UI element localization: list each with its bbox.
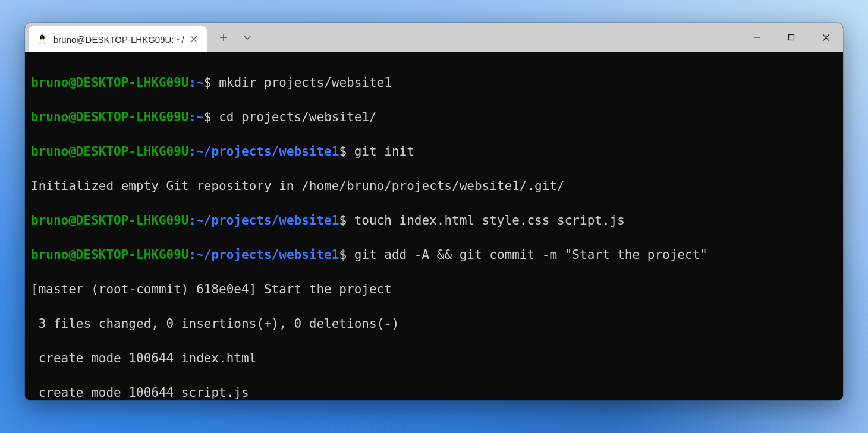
maximize-button[interactable] bbox=[774, 23, 809, 52]
tab-title: bruno@DESKTOP-LHKG09U: ~/ bbox=[54, 34, 184, 45]
terminal-line: bruno@DESKTOP-LHKG09U:~/projects/website… bbox=[31, 143, 837, 160]
tab-dropdown-button[interactable] bbox=[235, 24, 259, 50]
svg-point-5 bbox=[41, 37, 42, 37]
new-tab-button[interactable] bbox=[212, 24, 235, 50]
svg-point-7 bbox=[39, 43, 41, 44]
svg-point-6 bbox=[43, 37, 43, 37]
terminal-window: bruno@DESKTOP-LHKG09U: ~/ brun bbox=[25, 23, 843, 400]
titlebar: bruno@DESKTOP-LHKG09U: ~/ bbox=[25, 23, 843, 52]
window-controls bbox=[740, 23, 843, 52]
tux-icon bbox=[37, 34, 48, 45]
tab-close-button[interactable] bbox=[187, 32, 201, 46]
terminal-line: 3 files changed, 0 insertions(+), 0 dele… bbox=[31, 315, 837, 333]
terminal-line: bruno@DESKTOP-LHKG09U:~/projects/website… bbox=[31, 212, 837, 229]
svg-point-8 bbox=[43, 43, 46, 44]
close-window-button[interactable] bbox=[809, 23, 843, 52]
terminal-output[interactable]: bruno@DESKTOP-LHKG09U:~$ mkdir projects/… bbox=[25, 52, 843, 400]
terminal-line: bruno@DESKTOP-LHKG09U:~$ mkdir projects/… bbox=[31, 74, 837, 91]
tab-active[interactable]: bruno@DESKTOP-LHKG09U: ~/ bbox=[29, 26, 207, 52]
svg-rect-9 bbox=[789, 35, 794, 40]
terminal-line: create mode 100644 script.js bbox=[31, 384, 837, 400]
terminal-line: bruno@DESKTOP-LHKG09U:~$ cd projects/web… bbox=[31, 109, 837, 126]
terminal-line: [master (root-commit) 618e0e4] Start the… bbox=[31, 281, 837, 298]
terminal-line: create mode 100644 index.html bbox=[31, 350, 837, 367]
terminal-line: bruno@DESKTOP-LHKG09U:~/projects/website… bbox=[31, 246, 837, 264]
tab-actions bbox=[207, 23, 264, 52]
minimize-button[interactable] bbox=[740, 23, 774, 52]
terminal-line: Initialized empty Git repository in /hom… bbox=[31, 178, 837, 195]
